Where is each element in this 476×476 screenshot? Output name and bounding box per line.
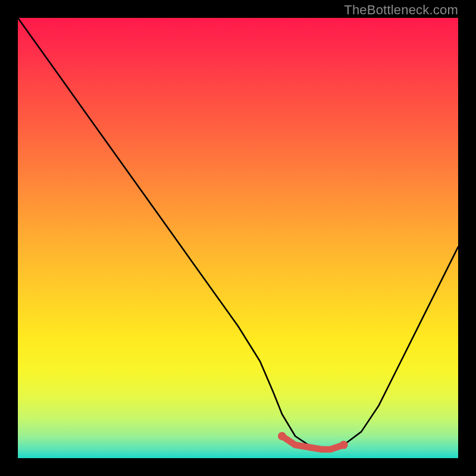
optimal-band-dot-left xyxy=(278,432,286,440)
chart-frame: TheBottleneck.com xyxy=(0,0,476,476)
bottleneck-curve xyxy=(18,18,458,449)
optimal-band-dot-right xyxy=(340,441,348,449)
chart-svg xyxy=(18,18,458,458)
optimal-band xyxy=(282,436,344,449)
plot-area xyxy=(18,18,458,458)
watermark-text: TheBottleneck.com xyxy=(344,2,458,18)
